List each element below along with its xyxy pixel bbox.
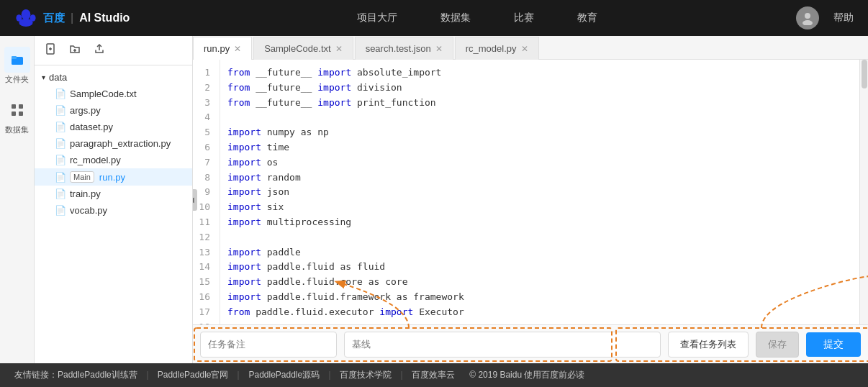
folder-item-data[interactable]: ▾ data xyxy=(35,69,192,86)
line-number: 7 xyxy=(193,155,216,170)
line-number: 8 xyxy=(193,170,216,186)
baidu-logo-icon xyxy=(14,6,37,29)
brand-name: 百度 xyxy=(43,12,65,25)
tab-rc-model[interactable]: rc_model.py ✕ xyxy=(455,37,539,60)
file-icon: 📄 xyxy=(55,105,66,116)
avatar[interactable] xyxy=(796,6,819,29)
code-editor[interactable]: 123456789101112131415161718192021222324 … xyxy=(193,60,868,324)
file-tree-content: ▾ data 📄 SampleCode.txt 📄 args.py 📄 data… xyxy=(35,65,192,363)
file-item-rcmodel[interactable]: 📄 rc_model.py xyxy=(35,152,192,168)
tab-label: SampleCode.txt xyxy=(264,43,331,54)
file-icon: 📄 xyxy=(55,172,66,183)
code-line: import paddle.fluid.core as core xyxy=(227,275,852,290)
nav-item-education[interactable]: 教育 xyxy=(577,12,597,24)
file-icon-btn[interactable] xyxy=(4,47,30,73)
upload-btn[interactable] xyxy=(91,42,108,59)
footer-link-paddle-official[interactable]: PaddlePaddle官网 xyxy=(158,369,229,381)
save-btn[interactable]: 保存 xyxy=(756,332,799,358)
code-line: import random xyxy=(227,170,852,186)
tab-search-test[interactable]: search.test.json ✕ xyxy=(355,37,453,60)
file-name: vocab.py xyxy=(70,205,107,216)
product-name: AI Studio xyxy=(79,12,130,24)
file-item-dataset[interactable]: 📄 dataset.py xyxy=(35,119,192,135)
line-number: 15 xyxy=(193,275,216,290)
footer-prefix: 友情链接： xyxy=(14,369,58,381)
code-line: import numpy as np xyxy=(227,125,852,140)
code-line: from __future__ import absolute_import xyxy=(227,65,852,81)
nav-item-dataset[interactable]: 数据集 xyxy=(440,12,471,24)
svg-rect-7 xyxy=(12,56,17,59)
file-item-run[interactable]: 📄 Main run.py xyxy=(35,168,192,186)
footer-link-baidu-academy[interactable]: 百度技术学院 xyxy=(340,369,392,381)
file-item-train[interactable]: 📄 train.py xyxy=(35,186,192,202)
new-file-btn[interactable] xyxy=(42,42,59,59)
file-icon: 📄 xyxy=(55,138,66,149)
svg-point-0 xyxy=(22,9,31,19)
tab-samplecode[interactable]: SampleCode.txt ✕ xyxy=(253,37,353,60)
code-line: from __future__ import division xyxy=(227,81,852,96)
svg-rect-9 xyxy=(19,104,23,109)
file-item-args[interactable]: 📄 args.py xyxy=(35,102,192,119)
file-name: rc_model.py xyxy=(70,155,121,165)
new-folder-btn[interactable] xyxy=(66,42,83,59)
line-number: 2 xyxy=(193,81,216,96)
submit-btn[interactable]: 提交 xyxy=(806,332,861,357)
baseline-input[interactable] xyxy=(344,332,661,358)
separator: | xyxy=(71,12,73,24)
line-number: 13 xyxy=(193,245,216,260)
file-name: dataset.py xyxy=(70,122,113,132)
main-nav: 项目大厅 数据集 比赛 教育 xyxy=(158,12,796,24)
nav-item-project[interactable]: 项目大厅 xyxy=(357,12,397,24)
tab-close-btn[interactable]: ✕ xyxy=(234,45,241,53)
main-badge: Main xyxy=(70,171,94,183)
file-tree-toolbar xyxy=(35,36,192,65)
folder-name: data xyxy=(49,72,67,83)
collapse-panel-btn[interactable]: ◀ xyxy=(193,189,197,211)
bottom-panel: 查看任务列表 保存 提交 xyxy=(193,324,868,363)
help-link[interactable]: 帮助 xyxy=(833,12,854,24)
sidebar-icons: 文件夹 数据集 xyxy=(0,36,35,363)
dataset-label: 数据集 xyxy=(5,123,29,137)
file-label: 文件夹 xyxy=(5,73,29,86)
file-item-samplecode[interactable]: 📄 SampleCode.txt xyxy=(35,86,192,102)
file-section: 文件夹 xyxy=(4,47,30,86)
code-line: from paddle.fluid.executor import Execut… xyxy=(227,305,852,320)
file-tree: ▾ data 📄 SampleCode.txt 📄 args.py 📄 data… xyxy=(35,36,193,363)
line-number: 6 xyxy=(193,140,216,155)
file-name: train.py xyxy=(70,188,101,199)
tab-close-btn[interactable]: ✕ xyxy=(521,45,528,53)
footer-link-baidu-efficiency[interactable]: 百度效率云 xyxy=(412,369,455,381)
scrollbar[interactable] xyxy=(859,60,868,324)
line-number: 14 xyxy=(193,260,216,275)
file-item-vocab[interactable]: 📄 vocab.py xyxy=(35,202,192,219)
file-item-paragraph[interactable]: 📄 paragraph_extraction.py xyxy=(35,135,192,152)
code-line: import json xyxy=(227,185,852,200)
line-number: 4 xyxy=(193,110,216,125)
footer-copyright: © 2019 Baidu 使用百度前必读 xyxy=(469,369,584,381)
main-content: 文件夹 数据集 xyxy=(0,36,868,363)
line-number: 16 xyxy=(193,290,216,305)
dataset-icon-btn[interactable] xyxy=(4,97,30,123)
task-note-input[interactable] xyxy=(200,332,337,358)
code-line: import paddle.fluid.framework as framewo… xyxy=(227,290,852,305)
scrollbar-thumb[interactable] xyxy=(862,60,867,88)
code-line: import paddle.fluid as fluid xyxy=(227,260,852,275)
code-line xyxy=(227,110,852,125)
footer: 友情链接： PaddlePaddle训练营 ｜ PaddlePaddle官网 ｜… xyxy=(0,363,868,387)
code-content[interactable]: from __future__ import absolute_importfr… xyxy=(220,60,859,324)
tab-label: rc_model.py xyxy=(466,43,517,54)
nav-item-competition[interactable]: 比赛 xyxy=(514,12,534,24)
file-icon: 📄 xyxy=(55,88,66,99)
footer-link-paddle-source[interactable]: PaddlePaddle源码 xyxy=(248,369,320,381)
tab-run-py[interactable]: run.py ✕ xyxy=(193,37,252,60)
footer-link-paddle-camp[interactable]: PaddlePaddle训练营 xyxy=(58,369,137,381)
tab-close-btn[interactable]: ✕ xyxy=(335,45,343,53)
tab-close-btn[interactable]: ✕ xyxy=(435,45,443,53)
line-number: 17 xyxy=(193,305,216,320)
line-number: 3 xyxy=(193,96,216,111)
file-icon: 📄 xyxy=(55,122,66,132)
editor-area: ◀ run.py ✕ SampleCode.txt ✕ search.test.… xyxy=(193,36,868,363)
view-tasks-btn[interactable]: 查看任务列表 xyxy=(668,332,749,358)
svg-rect-11 xyxy=(19,111,23,116)
folder-icon xyxy=(10,53,24,67)
